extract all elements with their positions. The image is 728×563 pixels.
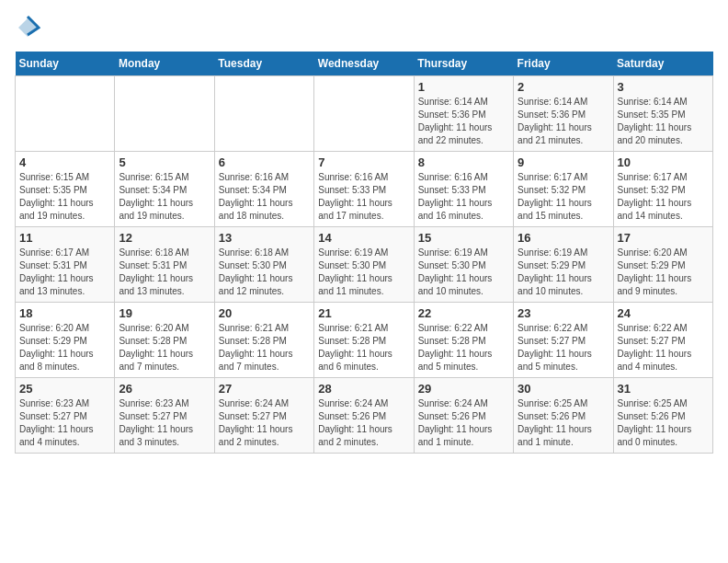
day-info: Sunrise: 6:16 AM Sunset: 5:34 PM Dayligh… — [219, 171, 310, 223]
day-info: Sunrise: 6:18 AM Sunset: 5:31 PM Dayligh… — [119, 247, 210, 298]
day-info: Sunrise: 6:19 AM Sunset: 5:29 PM Dayligh… — [518, 247, 609, 298]
day-info: Sunrise: 6:14 AM Sunset: 5:36 PM Dayligh… — [418, 96, 509, 147]
day-number: 9 — [518, 155, 609, 169]
day-number: 18 — [19, 306, 110, 320]
calendar-cell — [115, 76, 214, 152]
calendar-cell — [16, 76, 115, 152]
calendar-cell: 5Sunrise: 6:15 AM Sunset: 5:34 PM Daylig… — [115, 152, 214, 227]
day-number: 7 — [318, 155, 409, 169]
day-info: Sunrise: 6:23 AM Sunset: 5:27 PM Dayligh… — [119, 397, 210, 449]
day-info: Sunrise: 6:15 AM Sunset: 5:35 PM Dayligh… — [19, 171, 110, 223]
calendar-cell: 13Sunrise: 6:18 AM Sunset: 5:30 PM Dayli… — [214, 227, 313, 303]
page-header — [15, 15, 713, 44]
day-info: Sunrise: 6:18 AM Sunset: 5:30 PM Dayligh… — [219, 247, 310, 298]
day-number: 14 — [318, 231, 409, 245]
day-info: Sunrise: 6:21 AM Sunset: 5:28 PM Dayligh… — [219, 322, 310, 373]
day-number: 19 — [119, 306, 210, 320]
day-number: 15 — [418, 231, 509, 245]
day-info: Sunrise: 6:14 AM Sunset: 5:35 PM Dayligh… — [618, 96, 709, 147]
calendar-header-row: SundayMondayTuesdayWednesdayThursdayFrid… — [16, 52, 713, 76]
calendar-cell: 25Sunrise: 6:23 AM Sunset: 5:27 PM Dayli… — [16, 378, 115, 454]
calendar-cell: 6Sunrise: 6:16 AM Sunset: 5:34 PM Daylig… — [214, 152, 313, 227]
calendar-week-row: 4Sunrise: 6:15 AM Sunset: 5:35 PM Daylig… — [16, 152, 713, 227]
calendar-cell: 4Sunrise: 6:15 AM Sunset: 5:35 PM Daylig… — [16, 152, 115, 227]
day-info: Sunrise: 6:16 AM Sunset: 5:33 PM Dayligh… — [418, 171, 509, 223]
day-info: Sunrise: 6:17 AM Sunset: 5:32 PM Dayligh… — [618, 171, 709, 223]
day-of-week-header: Thursday — [414, 52, 513, 76]
day-info: Sunrise: 6:25 AM Sunset: 5:26 PM Dayligh… — [618, 397, 709, 449]
logo-icon — [15, 15, 40, 44]
calendar-cell: 9Sunrise: 6:17 AM Sunset: 5:32 PM Daylig… — [514, 152, 613, 227]
calendar-cell: 15Sunrise: 6:19 AM Sunset: 5:30 PM Dayli… — [414, 227, 513, 303]
day-number: 13 — [219, 231, 310, 245]
logo — [15, 15, 44, 44]
day-of-week-header: Friday — [514, 52, 613, 76]
day-number: 30 — [518, 382, 609, 396]
calendar-week-row: 25Sunrise: 6:23 AM Sunset: 5:27 PM Dayli… — [16, 378, 713, 454]
day-info: Sunrise: 6:19 AM Sunset: 5:30 PM Dayligh… — [418, 247, 509, 298]
calendar-cell: 14Sunrise: 6:19 AM Sunset: 5:30 PM Dayli… — [314, 227, 414, 303]
calendar-week-row: 18Sunrise: 6:20 AM Sunset: 5:29 PM Dayli… — [16, 303, 713, 378]
day-number: 29 — [418, 382, 509, 396]
calendar-cell: 21Sunrise: 6:21 AM Sunset: 5:28 PM Dayli… — [314, 303, 414, 378]
day-info: Sunrise: 6:16 AM Sunset: 5:33 PM Dayligh… — [318, 171, 409, 223]
day-info: Sunrise: 6:25 AM Sunset: 5:26 PM Dayligh… — [518, 397, 609, 449]
calendar-cell — [214, 76, 313, 152]
calendar-cell — [314, 76, 414, 152]
day-number: 16 — [518, 231, 609, 245]
day-number: 4 — [19, 155, 110, 169]
day-info: Sunrise: 6:15 AM Sunset: 5:34 PM Dayligh… — [119, 171, 210, 223]
calendar-cell: 1Sunrise: 6:14 AM Sunset: 5:36 PM Daylig… — [414, 76, 513, 152]
calendar-cell: 3Sunrise: 6:14 AM Sunset: 5:35 PM Daylig… — [613, 76, 712, 152]
calendar-cell: 30Sunrise: 6:25 AM Sunset: 5:26 PM Dayli… — [514, 378, 613, 454]
calendar-cell: 27Sunrise: 6:24 AM Sunset: 5:27 PM Dayli… — [214, 378, 313, 454]
calendar-cell: 31Sunrise: 6:25 AM Sunset: 5:26 PM Dayli… — [613, 378, 712, 454]
calendar-week-row: 1Sunrise: 6:14 AM Sunset: 5:36 PM Daylig… — [16, 76, 713, 152]
day-number: 25 — [19, 382, 110, 396]
day-info: Sunrise: 6:20 AM Sunset: 5:29 PM Dayligh… — [618, 247, 709, 298]
calendar-cell: 24Sunrise: 6:22 AM Sunset: 5:27 PM Dayli… — [613, 303, 712, 378]
day-info: Sunrise: 6:24 AM Sunset: 5:26 PM Dayligh… — [318, 397, 409, 449]
day-of-week-header: Sunday — [16, 52, 115, 76]
day-info: Sunrise: 6:21 AM Sunset: 5:28 PM Dayligh… — [318, 322, 409, 373]
day-number: 1 — [418, 80, 509, 94]
day-number: 3 — [618, 80, 709, 94]
day-info: Sunrise: 6:24 AM Sunset: 5:27 PM Dayligh… — [219, 397, 310, 449]
calendar-table: SundayMondayTuesdayWednesdayThursdayFrid… — [15, 52, 713, 454]
day-number: 2 — [518, 80, 609, 94]
calendar-cell: 2Sunrise: 6:14 AM Sunset: 5:36 PM Daylig… — [514, 76, 613, 152]
day-number: 10 — [618, 155, 709, 169]
calendar-cell: 10Sunrise: 6:17 AM Sunset: 5:32 PM Dayli… — [613, 152, 712, 227]
day-number: 17 — [618, 231, 709, 245]
calendar-cell: 28Sunrise: 6:24 AM Sunset: 5:26 PM Dayli… — [314, 378, 414, 454]
calendar-cell: 29Sunrise: 6:24 AM Sunset: 5:26 PM Dayli… — [414, 378, 513, 454]
day-number: 22 — [418, 306, 509, 320]
day-number: 27 — [219, 382, 310, 396]
day-of-week-header: Tuesday — [214, 52, 313, 76]
calendar-cell: 26Sunrise: 6:23 AM Sunset: 5:27 PM Dayli… — [115, 378, 214, 454]
day-number: 5 — [119, 155, 210, 169]
day-of-week-header: Monday — [115, 52, 214, 76]
calendar-cell: 7Sunrise: 6:16 AM Sunset: 5:33 PM Daylig… — [314, 152, 414, 227]
day-number: 28 — [318, 382, 409, 396]
day-number: 11 — [19, 231, 110, 245]
day-info: Sunrise: 6:24 AM Sunset: 5:26 PM Dayligh… — [418, 397, 509, 449]
day-info: Sunrise: 6:22 AM Sunset: 5:27 PM Dayligh… — [518, 322, 609, 373]
calendar-cell: 23Sunrise: 6:22 AM Sunset: 5:27 PM Dayli… — [514, 303, 613, 378]
day-number: 24 — [618, 306, 709, 320]
day-info: Sunrise: 6:20 AM Sunset: 5:29 PM Dayligh… — [19, 322, 110, 373]
calendar-cell: 8Sunrise: 6:16 AM Sunset: 5:33 PM Daylig… — [414, 152, 513, 227]
calendar-cell: 20Sunrise: 6:21 AM Sunset: 5:28 PM Dayli… — [214, 303, 313, 378]
calendar-week-row: 11Sunrise: 6:17 AM Sunset: 5:31 PM Dayli… — [16, 227, 713, 303]
calendar-cell: 19Sunrise: 6:20 AM Sunset: 5:28 PM Dayli… — [115, 303, 214, 378]
calendar-cell: 18Sunrise: 6:20 AM Sunset: 5:29 PM Dayli… — [16, 303, 115, 378]
day-number: 8 — [418, 155, 509, 169]
calendar-cell: 12Sunrise: 6:18 AM Sunset: 5:31 PM Dayli… — [115, 227, 214, 303]
day-info: Sunrise: 6:20 AM Sunset: 5:28 PM Dayligh… — [119, 322, 210, 373]
day-number: 20 — [219, 306, 310, 320]
day-info: Sunrise: 6:19 AM Sunset: 5:30 PM Dayligh… — [318, 247, 409, 298]
day-info: Sunrise: 6:17 AM Sunset: 5:32 PM Dayligh… — [518, 171, 609, 223]
day-of-week-header: Wednesday — [314, 52, 414, 76]
day-number: 12 — [119, 231, 210, 245]
calendar-cell: 17Sunrise: 6:20 AM Sunset: 5:29 PM Dayli… — [613, 227, 712, 303]
